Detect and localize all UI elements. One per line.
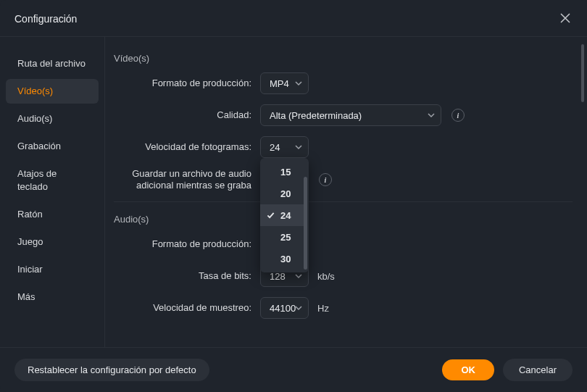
select-fps[interactable]: 24 (260, 136, 309, 158)
label-samplerate: Velocidad de muestreo: (109, 302, 260, 314)
titlebar: Configuración (0, 0, 587, 37)
section-divider (114, 201, 573, 202)
footer: Restablecer la configuración por defecto… (0, 347, 587, 392)
info-icon[interactable]: i (319, 173, 332, 186)
chevron-down-icon (428, 112, 435, 119)
close-icon (560, 13, 570, 25)
label-quality: Calidad: (109, 109, 260, 121)
dropdown-item-label: 24 (280, 210, 291, 221)
label-bitrate: Tasa de bits: (109, 270, 260, 282)
chevron-down-icon (295, 304, 302, 312)
sidebar-item-shortcuts[interactable]: Atajos de teclado (6, 162, 99, 199)
row-video-format: Formato de producción: MP4 (109, 72, 573, 94)
dropdown-item-fps-30[interactable]: 30 (260, 248, 304, 270)
dropdown-item-label: 30 (280, 254, 291, 264)
select-value: Alta (Predeterminada) (270, 110, 362, 121)
content-scrollbar-thumb[interactable] (581, 44, 584, 102)
dropdown-scrollbar-thumb[interactable] (304, 177, 307, 270)
sidebar: Ruta del archivoVídeo(s)Audio(s)Grabació… (0, 37, 105, 347)
row-audio-format: Formato de producción: MP3 (109, 233, 573, 255)
dropdown-item-label: 25 (280, 232, 291, 243)
row-samplerate: Velocidad de muestreo: 44100 Hz (109, 297, 573, 319)
content-scroll[interactable]: Vídeo(s) Formato de producción: MP4 Cali… (105, 37, 587, 347)
section-title-video: Vídeo(s) (114, 53, 573, 64)
select-video-format[interactable]: MP4 (260, 72, 309, 94)
select-value: 44100 (270, 303, 296, 314)
row-bitrate: Tasa de bits: 128 kb/s (109, 265, 573, 287)
select-value: MP4 (270, 78, 289, 89)
dropdown-fps-list: 1520242530 (260, 161, 304, 270)
info-icon[interactable]: i (451, 109, 465, 122)
window-title: Configuración (14, 13, 77, 25)
select-value: 24 (270, 142, 280, 153)
unit-bitrate: kb/s (317, 271, 335, 282)
chevron-down-icon (295, 80, 302, 87)
section-title-audio: Audio(s) (114, 214, 573, 225)
row-extra-audio: Guardar un archivo de audio adicional mi… (109, 168, 573, 191)
select-samplerate[interactable]: 44100 (260, 297, 309, 319)
cancel-button[interactable]: Cancelar (503, 359, 573, 381)
dropdown-fps[interactable]: 1520242530 (260, 158, 309, 272)
chevron-down-icon (295, 143, 302, 151)
label-extra-audio: Guardar un archivo de audio adicional mi… (109, 168, 260, 191)
dropdown-item-label: 20 (280, 188, 291, 199)
sidebar-item-more[interactable]: Más (6, 285, 99, 309)
reset-defaults-button[interactable]: Restablecer la configuración por defecto (14, 359, 209, 381)
window-body: Ruta del archivoVídeo(s)Audio(s)Grabació… (0, 37, 587, 347)
settings-window: Configuración Ruta del archivoVídeo(s)Au… (0, 0, 587, 392)
label-fps: Velocidad de fotogramas: (109, 141, 260, 153)
sidebar-item-videos[interactable]: Vídeo(s) (6, 79, 99, 104)
row-fps: Velocidad de fotogramas: 24 1520242530 (109, 136, 573, 158)
select-quality[interactable]: Alta (Predeterminada) (260, 104, 441, 126)
sidebar-item-game[interactable]: Juego (6, 230, 99, 254)
label-audio-format: Formato de producción: (109, 238, 260, 250)
chevron-down-icon (295, 272, 302, 280)
ok-button[interactable]: OK (442, 359, 494, 380)
sidebar-item-audios[interactable]: Audio(s) (6, 107, 99, 131)
close-button[interactable] (558, 12, 573, 26)
dropdown-item-fps-24[interactable]: 24 (260, 204, 304, 226)
dropdown-scrollbar[interactable] (304, 161, 307, 270)
row-quality: Calidad: Alta (Predeterminada) i (109, 104, 573, 126)
label-video-format: Formato de producción: (109, 78, 260, 89)
dropdown-item-fps-20[interactable]: 20 (260, 183, 304, 204)
sidebar-item-startup[interactable]: Iniciar (6, 257, 99, 282)
dropdown-item-fps-15[interactable]: 15 (260, 161, 304, 183)
sidebar-item-recording[interactable]: Grabación (6, 134, 99, 159)
unit-samplerate: Hz (317, 303, 329, 314)
check-icon (267, 212, 275, 220)
content-wrap: Vídeo(s) Formato de producción: MP4 Cali… (105, 37, 587, 347)
dropdown-item-fps-25[interactable]: 25 (260, 226, 304, 248)
sidebar-item-mouse[interactable]: Ratón (6, 202, 99, 227)
sidebar-item-file-path[interactable]: Ruta del archivo (6, 51, 99, 76)
dropdown-item-label: 15 (280, 167, 291, 178)
